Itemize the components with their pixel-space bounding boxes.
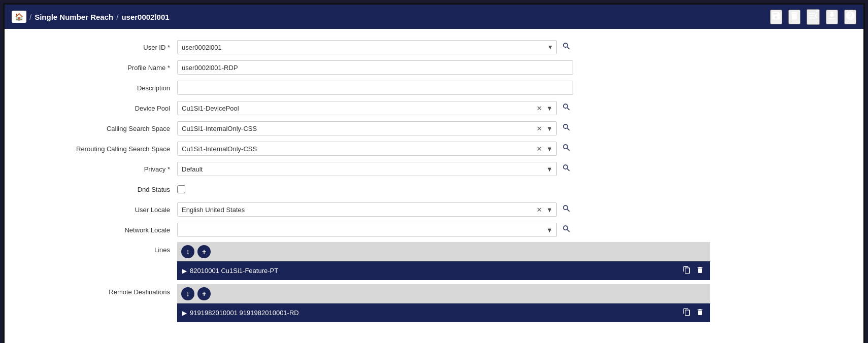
lines-add-button[interactable]: +: [197, 245, 211, 258]
privacy-row: Privacy * Default ▼: [5, 161, 848, 177]
device-pool-value: Cu1Si1-DevicePool: [178, 103, 535, 114]
lines-item-expand-icon[interactable]: ▶: [182, 267, 187, 275]
privacy-actions: ▼: [545, 165, 556, 174]
network-locale-control: ▼: [177, 223, 573, 237]
lines-toolbar: ↕ +: [177, 242, 710, 261]
user-id-label: User ID *: [5, 44, 177, 51]
lines-item-text: 82010001 Cu1Si1-Feature-PT: [190, 267, 278, 275]
dnd-status-checkbox[interactable]: [177, 185, 185, 193]
user-locale-chevron-button[interactable]: ▼: [545, 205, 554, 214]
lines-item-delete-button[interactable]: [695, 265, 705, 277]
dnd-status-control: [177, 185, 573, 193]
user-locale-label: User Locale: [5, 206, 177, 214]
privacy-chevron-button[interactable]: ▼: [545, 165, 554, 174]
lines-item-left: ▶ 82010001 Cu1Si1-Feature-PT: [182, 267, 278, 275]
network-locale-search-button[interactable]: [560, 223, 573, 236]
user-locale-clear-button[interactable]: ✕: [535, 205, 544, 214]
privacy-control: Default ▼: [177, 162, 573, 176]
steps-icon[interactable]: [807, 9, 820, 25]
privacy-value: Default: [178, 164, 545, 175]
lines-item-copy-button[interactable]: [682, 265, 692, 277]
calling-search-space-row: Calling Search Space Cu1Si1-InternalOnly…: [5, 120, 848, 136]
sep1: /: [29, 13, 31, 21]
rerouting-css-value: Cu1Si1-InternalOnly-CSS: [178, 144, 535, 154]
dnd-status-row: Dnd Status: [5, 181, 848, 197]
device-pool-actions: ✕ ▼: [535, 104, 556, 113]
calling-search-space-control: Cu1Si1-InternalOnly-CSS ✕ ▼: [177, 121, 573, 135]
privacy-search-button[interactable]: [560, 162, 573, 176]
css-search-button[interactable]: [560, 122, 573, 135]
navbar: 🏠 / Single Number Reach / user0002l001: [5, 5, 863, 29]
delete-button[interactable]: [788, 10, 800, 24]
user-locale-search-button[interactable]: [560, 203, 573, 216]
calling-search-space-value: Cu1Si1-InternalOnly-CSS: [178, 123, 535, 134]
rerouting-css-control: Cu1Si1-InternalOnly-CSS ✕ ▼: [177, 142, 573, 156]
css-clear-button[interactable]: ✕: [535, 124, 544, 133]
help-button[interactable]: [844, 10, 856, 24]
privacy-dropdown[interactable]: Default ▼: [177, 162, 557, 176]
user-locale-value: English United States: [178, 204, 535, 215]
user-id-dropdown[interactable]: user0002l001 ▼: [177, 40, 557, 54]
device-pool-chevron-button[interactable]: ▼: [545, 104, 554, 113]
remote-destinations-reorder-button[interactable]: ↕: [181, 287, 194, 300]
home-icon[interactable]: 🏠: [12, 11, 26, 23]
profile-name-control: [177, 60, 573, 75]
privacy-label: Privacy *: [5, 165, 177, 173]
css-chevron-button[interactable]: ▼: [545, 124, 554, 133]
description-label: Description: [5, 84, 177, 92]
breadcrumb: 🏠 / Single Number Reach / user0002l001: [12, 11, 170, 23]
profile-name-row: Profile Name *: [5, 59, 848, 76]
rerouting-css-chevron-button[interactable]: ▼: [545, 145, 554, 153]
calling-search-space-dropdown[interactable]: Cu1Si1-InternalOnly-CSS ✕ ▼: [177, 121, 557, 135]
remote-destinations-add-button[interactable]: +: [197, 287, 211, 300]
lines-item: ▶ 82010001 Cu1Si1-Feature-PT: [177, 261, 710, 280]
network-locale-chevron-button[interactable]: ▼: [545, 226, 554, 234]
save-button[interactable]: [770, 10, 782, 24]
main-content: User ID * user0002l001 ▼ Profile Name * …: [5, 29, 863, 343]
navbar-actions: [770, 9, 856, 25]
user-id-search-button[interactable]: [560, 41, 573, 54]
user-id-row: User ID * user0002l001 ▼: [5, 39, 848, 55]
description-input[interactable]: [177, 81, 573, 95]
network-locale-actions: ▼: [545, 226, 556, 234]
device-pool-search-button[interactable]: [560, 101, 573, 115]
device-pool-label: Device Pool: [5, 105, 177, 112]
network-locale-dropdown[interactable]: ▼: [177, 223, 557, 237]
rerouting-css-clear-button[interactable]: ✕: [535, 145, 544, 153]
breadcrumb-user: user0002l001: [121, 13, 169, 21]
profile-name-label: Profile Name *: [5, 64, 177, 72]
download-button[interactable]: [826, 10, 838, 24]
device-pool-dropdown[interactable]: Cu1Si1-DevicePool ✕ ▼: [177, 101, 557, 115]
rerouting-css-label: Rerouting Calling Search Space: [5, 145, 177, 153]
description-row: Description: [5, 80, 848, 96]
lines-reorder-button[interactable]: ↕: [181, 245, 194, 258]
network-locale-value: [178, 228, 545, 231]
user-locale-dropdown[interactable]: English United States ✕ ▼: [177, 202, 557, 217]
lines-item-right: [682, 265, 705, 277]
lines-section: ↕ + ▶ 82010001 Cu1Si1-Feature-PT: [177, 242, 710, 280]
rerouting-css-row: Rerouting Calling Search Space Cu1Si1-In…: [5, 141, 848, 157]
remote-destinations-toolbar: ↕ +: [177, 284, 710, 303]
user-locale-control: English United States ✕ ▼: [177, 202, 573, 217]
rerouting-css-dropdown[interactable]: Cu1Si1-InternalOnly-CSS ✕ ▼: [177, 142, 557, 156]
remote-destinations-item-expand-icon[interactable]: ▶: [182, 310, 187, 317]
device-pool-clear-button[interactable]: ✕: [535, 104, 544, 113]
description-control: [177, 81, 573, 95]
breadcrumb-single-number-reach[interactable]: Single Number Reach: [35, 13, 113, 21]
calling-search-space-label: Calling Search Space: [5, 125, 177, 132]
user-id-chevron-icon: ▼: [547, 44, 556, 51]
user-locale-actions: ✕ ▼: [535, 205, 556, 214]
remote-destinations-item-left: ▶ 9191982010001 9191982010001-RD: [182, 309, 299, 317]
remote-destinations-item-right: [682, 307, 705, 319]
rerouting-css-actions: ✕ ▼: [535, 145, 556, 153]
user-id-value: user0002l001: [178, 42, 547, 53]
profile-name-input[interactable]: [177, 60, 573, 75]
remote-destinations-item-copy-button[interactable]: [682, 307, 692, 319]
remote-destinations-item-delete-button[interactable]: [695, 307, 705, 319]
dnd-status-label: Dnd Status: [5, 186, 177, 193]
remote-destinations-section-row: Remote Destinations ↕ + ▶ 9191982010001 …: [5, 284, 848, 322]
rerouting-css-search-button[interactable]: [560, 142, 573, 155]
sep2: /: [116, 13, 118, 21]
remote-destinations-section: ↕ + ▶ 9191982010001 9191982010001-RD: [177, 284, 710, 322]
remote-destinations-item: ▶ 9191982010001 9191982010001-RD: [177, 303, 710, 322]
